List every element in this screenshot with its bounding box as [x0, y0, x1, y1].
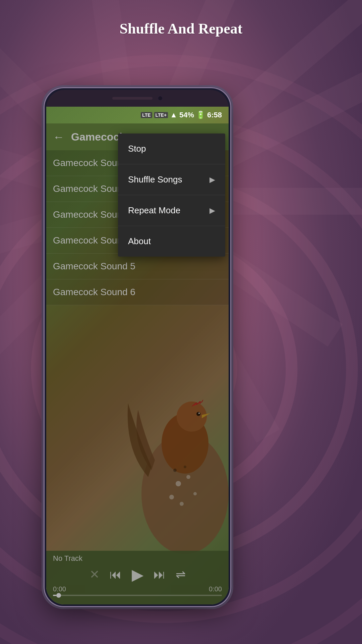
phone-notch — [46, 90, 229, 107]
menu-repeat-label: Repeat Mode — [128, 205, 180, 216]
phone-screen: LTE LTE+ ▲ 54% 🔋 6:58 ← Gamecock Gamecoc… — [46, 107, 229, 604]
context-menu-overlay[interactable]: Stop Shuffle Songs ▶ Repeat Mode ▶ About — [46, 123, 229, 604]
menu-about-label: About — [128, 236, 151, 247]
status-bar: LTE LTE+ ▲ 54% 🔋 6:58 — [46, 107, 229, 123]
camera — [158, 96, 163, 101]
context-menu: Stop Shuffle Songs ▶ Repeat Mode ▶ About — [118, 133, 225, 257]
signal-icon: ▲ — [170, 111, 177, 119]
speaker — [112, 97, 153, 100]
shuffle-arrow-icon: ▶ — [209, 175, 215, 184]
battery-pct: 54% — [179, 111, 194, 119]
phone-frame: LTE LTE+ ▲ 54% 🔋 6:58 ← Gamecock Gamecoc… — [44, 87, 231, 607]
menu-shuffle-label: Shuffle Songs — [128, 174, 182, 185]
repeat-arrow-icon: ▶ — [209, 206, 215, 215]
status-icons: LTE LTE+ ▲ 54% 🔋 6:58 — [141, 111, 222, 119]
menu-item-about[interactable]: About — [118, 226, 225, 257]
phone-inner: LTE LTE+ ▲ 54% 🔋 6:58 ← Gamecock Gamecoc… — [46, 90, 229, 604]
menu-item-repeat[interactable]: Repeat Mode ▶ — [118, 195, 225, 226]
time-display: 6:58 — [207, 111, 222, 119]
page-title: Shuffle And Repeat — [0, 20, 362, 37]
menu-item-shuffle[interactable]: Shuffle Songs ▶ — [118, 164, 225, 195]
menu-item-stop[interactable]: Stop — [118, 133, 225, 164]
lte1-badge: LTE — [141, 112, 152, 118]
battery-icon: 🔋 — [196, 111, 205, 119]
menu-stop-label: Stop — [128, 144, 146, 154]
lte2-badge: LTE+ — [154, 112, 168, 118]
